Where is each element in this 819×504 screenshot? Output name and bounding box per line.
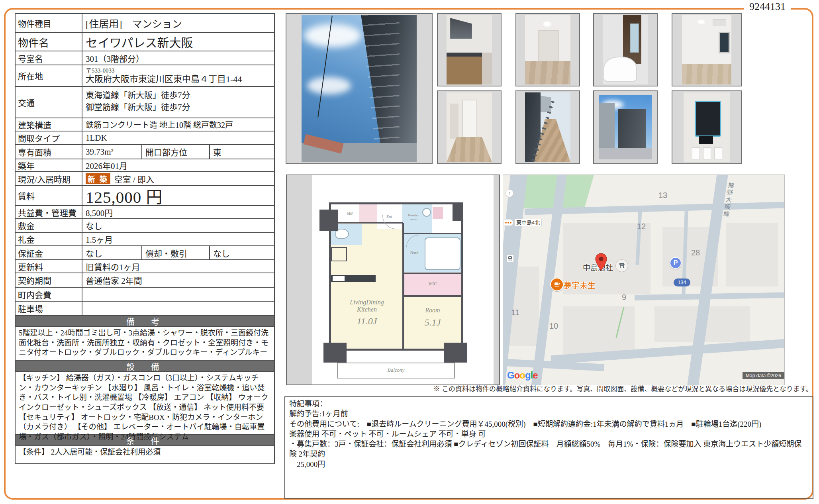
table-row: 物件名 セイワパレス新大阪 — [16, 33, 274, 51]
block-number: 13 — [658, 191, 667, 200]
photo-neighborhood-view — [599, 95, 652, 159]
photo-balcony — [525, 92, 570, 162]
cloud — [304, 24, 362, 47]
notes-title: 特記事項： — [289, 399, 809, 409]
row-label: 償却・敷引 — [141, 246, 209, 259]
mirror — [630, 24, 639, 53]
property-name: セイワパレス新大阪 — [82, 33, 274, 51]
pillar — [323, 343, 347, 363]
photo-kitchen — [447, 15, 492, 84]
table-row: 保証金 なし 償却・敷引 なし — [16, 246, 274, 260]
table-row: 間取タイプ 1LDK — [16, 131, 274, 145]
bus-stop-icon — [503, 219, 513, 226]
row-value: 301（3階部分） — [82, 51, 274, 65]
window — [719, 32, 730, 54]
table-row: 町内会費 — [16, 288, 274, 302]
back-wall — [538, 30, 559, 63]
logo-letter: o — [514, 370, 520, 380]
row-label: 共益費・管理費 — [16, 206, 82, 218]
floorplan-label-wic: WIC — [420, 281, 445, 286]
photo-room-window — [682, 15, 731, 84]
route-shield: 134 — [674, 278, 690, 286]
row-label: 契約期間 — [16, 273, 82, 287]
transit-cell: 東海道線「新大阪」徒歩7分 御堂筋線「新大阪」徒歩7分 — [82, 87, 274, 118]
floorplan-label-ent: Ent — [379, 214, 399, 219]
photo-building-exterior — [302, 15, 417, 162]
ceiling-light — [697, 19, 705, 25]
row-value: なし — [209, 246, 273, 259]
logo-letter: o — [519, 370, 525, 380]
row-label: 現況/入居時期 — [16, 172, 82, 185]
row-label: 号室名 — [16, 51, 82, 65]
pillar — [319, 210, 338, 231]
transit-line-1: 東海道線「新大阪」徒歩7分 — [86, 88, 190, 100]
row-value: 1.5ヶ月 — [82, 233, 274, 245]
table-row: 賃料 125,000 円 — [16, 186, 274, 206]
closet-door — [450, 104, 458, 139]
row-label: 礼金 — [16, 233, 82, 245]
row-label: 敷金 — [16, 219, 82, 232]
row-value: なし — [82, 219, 274, 232]
table-row: 契約期間 普通借家 2年間 — [16, 273, 274, 288]
notes-line: ・募集戸数：3戸・保証会社：保証会社利用必須 ■クレディセゾン初回保証料 月額総… — [289, 439, 809, 459]
row-value: 普通借家 2年間 — [82, 273, 274, 287]
row-label: 保証金 — [16, 246, 82, 259]
equipment-header: 設 備 — [16, 361, 274, 372]
block-number: 28 — [691, 248, 700, 257]
wall — [403, 296, 462, 297]
photo-panel — [593, 90, 658, 164]
postal-code: 〒533-0033 — [86, 67, 115, 74]
row-label: 建築構造 — [16, 118, 82, 131]
cabinets — [447, 53, 482, 84]
busstop-label: 東中島4北 — [514, 219, 542, 226]
dot — [505, 222, 507, 224]
floor-area: 39.73m² — [82, 145, 141, 159]
door — [462, 100, 477, 139]
notes-line: 25,000円 — [289, 459, 809, 469]
switch-plate — [703, 147, 711, 159]
remarks-header: 備 考 — [16, 316, 274, 327]
floorplan: MB Ent Powder room Bath WIC LivingDining… — [312, 175, 494, 384]
table-row: 物件種目 [住居用] マンション — [16, 14, 274, 33]
photo-panel-main — [286, 13, 433, 164]
table-row: 所在地 〒533-0033 大阪府大阪市東淀川区東中島４丁目1-44 — [16, 65, 274, 87]
row-label: 更新料 — [16, 260, 82, 273]
row-value: 2026年01月 — [82, 159, 274, 171]
property-flyer-page: 9244131 物件種目 [住居用] マンション 物件名 セイワパレス新大阪 号… — [0, 0, 819, 504]
table-row: 更新料 旧賃料の1ヶ月 — [16, 260, 274, 273]
row-label: 物件種目 — [16, 14, 82, 32]
photo-hallway — [447, 92, 492, 162]
bathtub — [603, 57, 637, 82]
cafe-icon — [550, 278, 564, 291]
map-attribution: Map data ©2026 — [743, 372, 784, 379]
row-label: 間取タイプ — [16, 131, 82, 144]
table-row: 築年 2026年01月 — [16, 159, 274, 172]
row-value — [82, 302, 274, 315]
row-label: 開口部方位 — [141, 145, 209, 159]
room-line1: Room — [408, 307, 457, 314]
row-label: 物件名 — [16, 33, 82, 51]
row-label: 所在地 — [16, 65, 82, 86]
table-row: 建築構造 鉄筋コンクリート造 地上10階 総戸数32戸 — [16, 118, 274, 131]
row-value: なし — [82, 246, 141, 259]
logo-letter: e — [533, 370, 537, 380]
row-value — [82, 288, 274, 301]
wall — [402, 223, 404, 351]
table-row: 礼金 1.5ヶ月 — [16, 233, 274, 246]
powder-line2: room — [403, 218, 424, 222]
ldk-size: 11.0J — [337, 316, 397, 326]
equipment-text: 【キッチン】 給湯器（ガス）・ガスコンロ（3口以上）・システムキッチン・カウンタ… — [16, 372, 274, 435]
table-row: 敷金 なし — [16, 219, 274, 233]
dot — [507, 222, 509, 224]
air-conditioner — [713, 19, 726, 26]
google-logo: Google — [507, 370, 538, 381]
property-table: 物件種目 [住居用] マンション 物件名 セイワパレス新大阪 号室名 301（3… — [15, 13, 275, 464]
photo-panel — [593, 13, 658, 86]
floorplan-label-bath: Bath — [406, 250, 422, 255]
notes-line: 解約予告:1ヶ月前 — [289, 409, 809, 419]
table-row: 共益費・管理費 8,500円 — [16, 206, 274, 219]
block-number: 10 — [549, 322, 558, 331]
pillar — [444, 343, 467, 363]
floorplan-label-mb: MB — [341, 211, 359, 216]
photo-intercom-monitor — [684, 92, 730, 162]
